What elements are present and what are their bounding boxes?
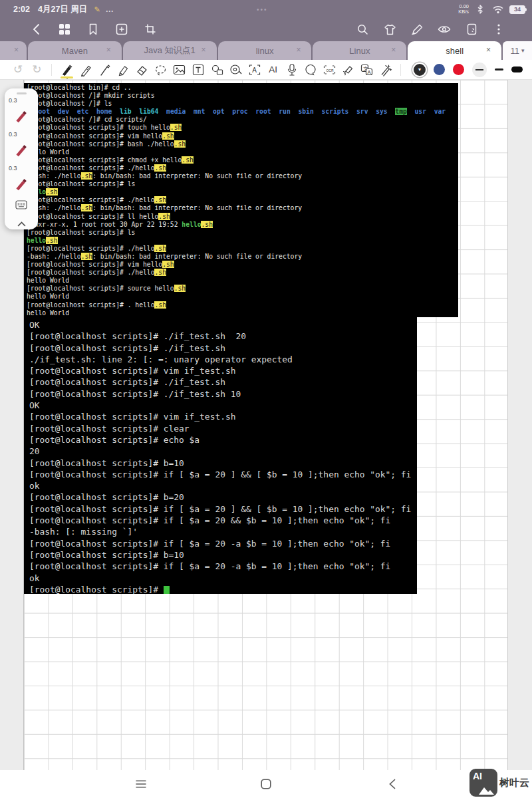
terminal-line: hello World (27, 277, 458, 285)
tab-close-icon[interactable]: × (201, 45, 206, 55)
terminal-line: [root@localhost scripts]# ls (27, 180, 458, 188)
shapes-tool-button[interactable] (208, 61, 225, 78)
terminal-line: [root@localhost scripts]# echo $a (29, 434, 417, 446)
terminal-screenshot-hello-sh[interactable]: [root@localhost bin]# cd ..[root@localho… (24, 83, 458, 317)
tape-tool-button[interactable] (227, 61, 244, 78)
tab-label: Maven (62, 46, 88, 56)
back-icon[interactable] (29, 23, 43, 36)
battery-indicator: 34 (509, 5, 527, 14)
note-tab-bar: × Maven × Java 知识点1 × linux × Linux × sh… (0, 40, 532, 60)
red-pen-icon (13, 175, 30, 192)
speech-bubble-tool-button[interactable] (302, 61, 319, 78)
stylus-icon: ✎ (94, 5, 100, 14)
terminal-line: [root@localhost scripts]# (29, 584, 417, 594)
magic-pen-tool-button[interactable] (377, 61, 394, 78)
redo-button[interactable]: ↻ (28, 61, 45, 78)
terminal-screenshot-if-test[interactable]: OK[root@localhost scripts]# ./if_test.sh… (24, 317, 417, 594)
terminal-line: [root@localhost scripts]# vim hello.sh (27, 132, 458, 140)
microphone-tool-button[interactable] (283, 61, 301, 78)
stroke-thickness-medium[interactable] (495, 68, 503, 70)
back-nav-button[interactable] (384, 776, 400, 792)
fineliner-tool-button[interactable] (96, 61, 113, 78)
terminal-line: hello World (27, 148, 458, 156)
undo-button[interactable]: ↺ (9, 61, 27, 78)
insert-image-tool-button[interactable] (171, 61, 188, 78)
tab-label: linux (256, 46, 274, 56)
color-swatch-blue[interactable] (434, 64, 445, 75)
theme-skin-icon[interactable] (383, 23, 396, 36)
text-tool-button[interactable] (190, 61, 207, 78)
mountain-icon (479, 785, 496, 795)
terminal-line: -bash: ./hello.sh: bin/bash: bad interpr… (27, 204, 458, 212)
tab-linux-upper[interactable]: Linux × (313, 41, 406, 60)
terminal-line: [root@localhost scripts]# vim if_test.sh (29, 365, 417, 376)
stroke-thickness-bold[interactable] (511, 66, 523, 72)
ocr-tool-button[interactable]: OCR (321, 61, 338, 78)
translate-tool-button[interactable]: 文A (358, 61, 376, 78)
tab-shell-active[interactable]: shell × (408, 41, 501, 60)
tab-partial[interactable]: × (0, 41, 27, 60)
pages-grid-icon[interactable] (58, 23, 71, 36)
terminal-line: hello World (27, 309, 458, 317)
terminal-line: [root@localhost scripts]# chmod +x hello… (27, 156, 458, 164)
bookmark-icon[interactable] (86, 23, 100, 36)
terminal-line: [root@localhost /]# cd scripts/ (27, 116, 458, 124)
tab-linux-lower[interactable]: linux × (218, 41, 312, 60)
svg-text:A: A (368, 68, 371, 74)
tab-close-icon[interactable]: × (391, 45, 396, 55)
split-screen-handle[interactable]: ••• (257, 6, 268, 13)
toolbar-divider (400, 64, 401, 76)
terminal-line: 20 (29, 446, 417, 457)
ai-assistant-button[interactable]: AI (265, 61, 282, 78)
date-label: 4月27日 周日 (38, 4, 87, 15)
pen-preset-3[interactable]: 0.3 (5, 162, 38, 196)
lasso-select-tool-button[interactable] (152, 61, 169, 78)
terminal-line: hello World (27, 293, 458, 301)
highlighter-tool-button[interactable] (114, 61, 132, 78)
terminal-line: [root@localhost scripts]# b=10 (29, 549, 417, 561)
edit-pen-icon[interactable] (410, 23, 424, 36)
terminal-line: [root@localhost scripts]# if [ $a = 20 &… (29, 515, 417, 526)
tab-close-icon[interactable]: × (106, 45, 111, 55)
keyboard-panel-icon[interactable] (15, 200, 27, 212)
screenshot-crop-icon[interactable] (144, 23, 157, 36)
pen-preset-2[interactable]: 0.3 (5, 128, 38, 162)
tab-label: shell (446, 46, 464, 56)
pen-size-label: 0.3 (9, 97, 17, 104)
home-button[interactable] (258, 776, 274, 792)
status-bar: 2:02 4月27日 周日 ✎ … ••• 0.00 KB/s 34 (0, 0, 532, 19)
frame-recognize-tool-button[interactable]: A (245, 61, 263, 78)
terminal-line: [root@localhost scripts]# if [ $a = 20 ]… (29, 503, 417, 515)
terminal-line: [root@localhost bin]# cd .. (27, 84, 458, 92)
stroke-thickness-thin-selected[interactable] (472, 63, 487, 77)
pen-size-label: 0.3 (9, 165, 17, 172)
terminal-line: [root@localhost scripts]# clear (29, 423, 417, 434)
recents-menu-button[interactable] (133, 776, 149, 792)
laser-pointer-tool-button[interactable] (339, 61, 356, 78)
terminal-line: [root@localhost scripts]# ./if_test.sh 1… (29, 388, 417, 400)
tab-maven[interactable]: Maven × (28, 41, 122, 60)
page-count-dropdown[interactable]: 11 ▾ (503, 41, 532, 60)
page-count-value: 11 (511, 46, 520, 56)
color-swatch-black-selected[interactable]: ▾ (414, 64, 426, 76)
watermark-ai-logo: AI (469, 769, 497, 797)
handwriting-panel-icon[interactable] (465, 23, 478, 36)
terminal-line: [root@localhost /]# ls (27, 100, 458, 108)
more-menu-icon[interactable] (492, 23, 505, 36)
collapse-panel-chevron-icon[interactable] (17, 217, 26, 229)
tab-label: Linux (349, 46, 370, 56)
pen-tool-button[interactable] (58, 61, 75, 78)
eraser-tool-button[interactable] (133, 61, 150, 78)
search-icon[interactable] (356, 23, 369, 36)
add-page-icon[interactable] (115, 23, 128, 36)
reading-mode-eye-icon[interactable] (438, 23, 451, 36)
svg-text:OCR: OCR (326, 68, 334, 72)
tab-close-icon[interactable]: × (486, 45, 491, 55)
tab-java-notes[interactable]: Java 知识点1 × (123, 41, 217, 60)
pencil-tool-button[interactable] (77, 61, 94, 78)
tab-close-icon[interactable]: × (296, 45, 301, 55)
pen-preset-1[interactable]: 0.3 (5, 94, 38, 128)
wifi-icon (491, 3, 505, 16)
tab-close-icon[interactable]: × (14, 45, 19, 55)
color-swatch-red[interactable] (453, 64, 464, 75)
